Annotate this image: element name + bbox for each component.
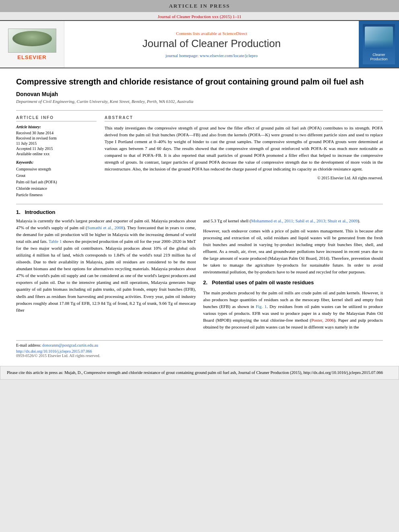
article-info-abstract: ARTICLE INFO Article history: Received 3…	[16, 115, 383, 198]
elsevier-logo-box: ELSEVIER	[8, 29, 56, 60]
intro-col2-text1: and 5.3 Tg of kernel shell (Mohammed et …	[203, 218, 383, 224]
elsevier-logo-section: ELSEVIER	[0, 21, 64, 68]
intro-section-title: 1. Introduction	[16, 209, 383, 215]
journal-title-line: Journal of Cleaner Production xxx (2015)…	[0, 12, 399, 20]
page-wrapper: ARTICLE IN PRESS Journal of Cleaner Prod…	[0, 0, 399, 380]
copyright-line: © 2015 Elsevier Ltd. All rights reserved…	[105, 176, 383, 180]
accepted-date: Accepted 11 July 2015	[16, 146, 97, 151]
keyword-5: Particle fineness	[16, 192, 97, 198]
keyword-2: Grout	[16, 173, 97, 179]
author-affiliation: Department of Civil Engineering, Curtin …	[16, 99, 383, 104]
intro-col1: Malaysia is currently the world's larges…	[16, 218, 196, 334]
homepage-url[interactable]: www.elsevier.com/locate/jclepro	[200, 53, 257, 58]
keywords-section: Keywords: Compressive strength Grout Pal…	[16, 160, 97, 198]
intro-number: 1.	[16, 209, 21, 215]
received-revised-date: 11 July 2015	[16, 141, 97, 146]
abstract-header: ABSTRACT	[105, 115, 383, 121]
journal-title-text: Journal of Cleaner Production xxx (2015)…	[158, 14, 241, 19]
intro-title: Introduction	[25, 209, 56, 215]
available-online: Available online xxx	[16, 152, 97, 156]
sciencedirect-link[interactable]: Contents lists available at ScienceDirec…	[176, 31, 247, 36]
intro-col2-text2: However, such endeavor comes with a pric…	[203, 228, 383, 275]
banner-text: ARTICLE IN PRESS	[169, 3, 230, 9]
article-in-press-banner: ARTICLE IN PRESS	[0, 0, 399, 12]
fig1-ref[interactable]: Fig. 1	[256, 304, 267, 309]
author-name: Donovan Mujah	[16, 91, 383, 97]
table1-link[interactable]: Table 1	[49, 239, 62, 244]
article-title: Compressive strength and chloride resist…	[16, 76, 383, 87]
abstract-box: ABSTRACT This study investigates the com…	[105, 115, 383, 198]
sumathi-ref[interactable]: Sumathi et al., 2008	[87, 225, 123, 230]
footnote-area: E-mail address: donoranm@postgrad.curtin…	[16, 340, 383, 358]
contents-label: Contents lists available at	[176, 31, 221, 36]
header-box: ELSEVIER Contents lists available at Sci…	[0, 20, 399, 68]
keyword-4: Chloride resistance	[16, 185, 97, 192]
article-info-header: ARTICLE INFO	[16, 115, 97, 121]
doi-text[interactable]: http://dx.doi.org/10.1016/j.jclepro.2015…	[16, 349, 92, 353]
cp-logo-box: CleanerProduction	[363, 24, 395, 64]
intro-body-columns: Malaysia is currently the world's larges…	[16, 218, 383, 334]
keywords-title: Keywords:	[16, 160, 97, 164]
sciencedirect-name[interactable]: ScienceDirect	[222, 31, 247, 36]
received-date: Received 30 June 2014	[16, 131, 97, 135]
received-revised-label: Received in revised form	[16, 136, 97, 140]
keywords-list: Compressive strength Grout Palm oil fuel…	[16, 166, 97, 198]
journal-homepage: journal homepage: www.elsevier.com/locat…	[166, 53, 258, 58]
elsevier-tree-image	[8, 29, 56, 53]
section2-title: 2. Potential uses of palm oil waste resi…	[203, 279, 383, 287]
intro-col2: and 5.3 Tg of kernel shell (Mohammed et …	[203, 218, 383, 334]
article-info-box: ARTICLE INFO Article history: Received 3…	[16, 115, 97, 198]
journal-main-title: Journal of Cleaner Production	[142, 37, 281, 50]
section2-title-text: Potential uses of palm oil waste residue…	[212, 279, 314, 286]
elsevier-brand: ELSEVIER	[17, 54, 46, 60]
journal-header-center: Contents lists available at ScienceDirec…	[64, 21, 359, 68]
email-line: E-mail address: donoranm@postgrad.curtin…	[16, 343, 383, 347]
email-label: E-mail address:	[16, 343, 41, 347]
divider-2	[16, 204, 383, 204]
cp-logo-image	[365, 27, 393, 49]
intro-col1-text: Malaysia is currently the world's larges…	[16, 218, 196, 314]
citation-text: Please cite this article in press as: Mu…	[7, 370, 383, 375]
homepage-label: journal homepage:	[166, 53, 199, 58]
main-content: Compressive strength and chloride resist…	[0, 68, 399, 366]
mohammed-ref[interactable]: Mohammed et al., 2011; Sabil et al., 201…	[251, 218, 358, 223]
doi-line[interactable]: http://dx.doi.org/10.1016/j.jclepro.2015…	[16, 349, 383, 353]
poster-ref[interactable]: Poster, 2006	[311, 318, 334, 322]
keyword-1: Compressive strength	[16, 166, 97, 173]
section2-number: 2.	[203, 279, 208, 286]
citation-banner: Please cite this article in press as: Mu…	[0, 366, 399, 380]
email-address[interactable]: donoranm@postgrad.curtin.edu.au	[42, 343, 98, 347]
issn-line: 0959-6526/© 2015 Elsevier Ltd. All right…	[16, 353, 383, 358]
cp-logo-text: CleanerProduction	[370, 53, 387, 62]
abstract-text: This study investigates the compressive …	[105, 125, 383, 173]
history-title: Article history:	[16, 125, 97, 129]
cp-logo-section: CleanerProduction	[359, 21, 399, 68]
divider-1	[16, 110, 383, 111]
section2-text: The main products produced by the palm o…	[203, 290, 383, 331]
keyword-3: Palm oil fuel ash (POFA)	[16, 179, 97, 185]
